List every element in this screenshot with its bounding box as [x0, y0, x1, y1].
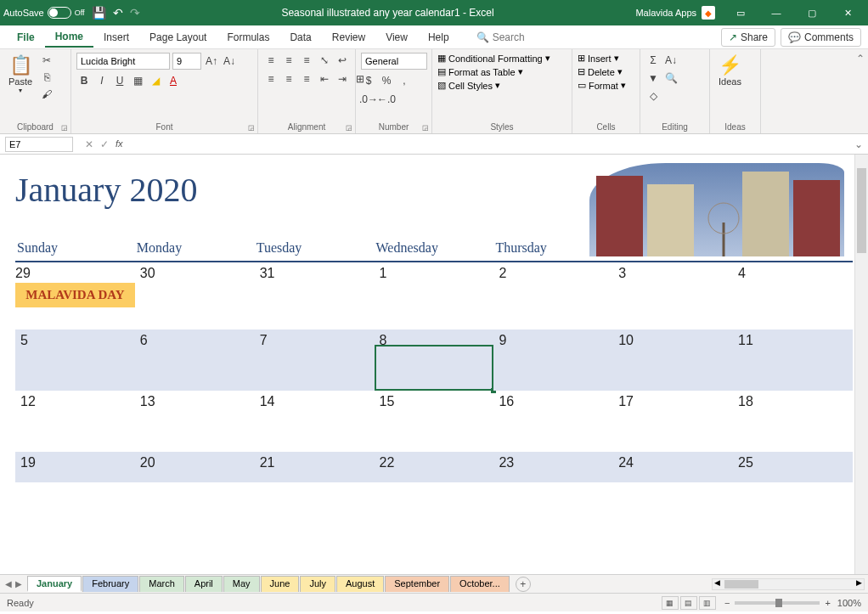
scroll-left-icon[interactable]: ◀ — [714, 578, 720, 587]
find-select-icon[interactable]: 🔍 — [663, 70, 679, 86]
paste-button[interactable]: 📋 Paste ▾ — [5, 53, 36, 96]
copy-icon[interactable]: ⎘ — [39, 70, 54, 85]
calendar-cell[interactable]: 30 — [135, 262, 255, 330]
ribbon-options-icon[interactable]: ▭ — [724, 1, 758, 25]
vertical-scrollbar[interactable] — [854, 155, 868, 574]
font-size-combo[interactable]: 9 — [172, 53, 201, 70]
decrease-font-icon[interactable]: A↓ — [222, 54, 237, 69]
calendar-cell[interactable]: 20 — [135, 452, 255, 482]
calendar-cell[interactable]: 21 — [255, 452, 375, 482]
calendar-cell[interactable]: 23 — [493, 452, 613, 482]
calendar-cell[interactable]: 15 — [375, 391, 494, 452]
increase-font-icon[interactable]: A↑ — [204, 54, 219, 69]
wrap-text-icon[interactable]: ↩ — [335, 53, 350, 68]
scrollbar-thumb[interactable] — [857, 168, 866, 253]
zoom-thumb[interactable] — [775, 599, 782, 607]
conditional-formatting-button[interactable]: ▦Conditional Formatting▾ — [437, 53, 550, 64]
borders-icon[interactable]: ▦ — [130, 73, 145, 88]
calendar-cell[interactable]: 29MALAVIDA DAY — [15, 262, 135, 330]
maximize-icon[interactable]: ▢ — [795, 1, 829, 25]
zoom-level[interactable]: 100% — [837, 598, 861, 608]
share-button[interactable]: ↗ Share — [721, 28, 775, 47]
cell-styles-button[interactable]: ▧Cell Styles▾ — [437, 80, 500, 91]
fill-icon[interactable]: ▼ — [645, 70, 661, 86]
zoom-out-icon[interactable]: − — [724, 598, 730, 608]
sheet-tab-january[interactable]: January — [27, 576, 82, 592]
calendar-cell[interactable]: 13 — [135, 391, 255, 452]
page-layout-view-icon[interactable]: ▤ — [680, 596, 697, 610]
format-as-table-button[interactable]: ▤Format as Table▾ — [437, 66, 523, 77]
tab-view[interactable]: View — [375, 28, 418, 47]
scrollbar-thumb[interactable] — [724, 580, 758, 589]
cancel-formula-icon[interactable]: ✕ — [85, 138, 93, 150]
number-launcher-icon[interactable]: ◲ — [422, 124, 429, 132]
sort-filter-icon[interactable]: A↓ — [663, 53, 679, 68]
align-bottom-icon[interactable]: ≡ — [299, 53, 314, 68]
sheet-tab-june[interactable]: June — [261, 576, 300, 592]
align-top-icon[interactable]: ≡ — [263, 53, 279, 68]
comments-button[interactable]: 💬 Comments — [781, 28, 861, 47]
normal-view-icon[interactable]: ▦ — [662, 596, 679, 610]
sheet-tab-october[interactable]: October... — [450, 576, 510, 592]
tab-formulas[interactable]: Formulas — [217, 28, 279, 47]
cut-icon[interactable]: ✂ — [39, 53, 54, 68]
sheet-tab-august[interactable]: August — [336, 576, 384, 592]
comma-icon[interactable]: , — [397, 73, 412, 88]
zoom-in-icon[interactable]: + — [825, 598, 830, 608]
calendar-cell[interactable]: 1 — [375, 262, 494, 330]
zoom-slider[interactable] — [735, 601, 820, 605]
calendar-cell[interactable]: 10 — [613, 330, 733, 391]
enter-formula-icon[interactable]: ✓ — [100, 138, 109, 150]
tab-help[interactable]: Help — [418, 28, 459, 47]
tab-insert[interactable]: Insert — [93, 28, 139, 47]
calendar-cell[interactable]: 25 — [733, 452, 853, 482]
sheet-tab-march[interactable]: March — [139, 576, 184, 592]
tab-nav-prev-icon[interactable]: ◀ — [5, 579, 12, 589]
calendar-cell[interactable]: 19 — [15, 452, 135, 482]
tab-page-layout[interactable]: Page Layout — [139, 28, 217, 47]
font-name-combo[interactable]: Lucida Bright — [76, 53, 170, 70]
calendar-cell[interactable]: 7 — [255, 330, 375, 391]
calendar-cell[interactable]: 14 — [255, 391, 375, 452]
calendar-cell[interactable]: 22 — [375, 452, 494, 482]
calendar-cell[interactable]: 4 — [733, 262, 853, 330]
number-format-combo[interactable]: General — [361, 53, 427, 70]
sheet-tab-april[interactable]: April — [185, 576, 223, 592]
insert-cells-button[interactable]: ⊞Insert▾ — [578, 53, 619, 64]
align-center-icon[interactable]: ≡ — [281, 71, 296, 87]
minimize-icon[interactable]: — — [759, 1, 793, 25]
calendar-cell[interactable]: 5 — [15, 330, 135, 391]
calendar-cell[interactable]: 9 — [493, 330, 613, 391]
calendar-cell[interactable]: 8 — [375, 330, 494, 391]
worksheet-area[interactable]: January 2020 SundayMondayTuesdayWednesda… — [0, 155, 868, 574]
italic-button[interactable]: I — [94, 73, 110, 88]
calendar-cell[interactable]: 31 — [255, 262, 375, 330]
scroll-right-icon[interactable]: ▶ — [856, 578, 862, 587]
add-sheet-button[interactable]: + — [516, 577, 531, 592]
calendar-cell[interactable]: 12 — [15, 391, 135, 452]
bold-button[interactable]: B — [76, 73, 92, 88]
font-color-icon[interactable]: A — [166, 73, 181, 88]
fx-icon[interactable]: fx — [116, 138, 123, 150]
font-launcher-icon[interactable]: ◲ — [248, 124, 255, 132]
align-right-icon[interactable]: ≡ — [299, 71, 314, 87]
formula-input[interactable] — [130, 136, 849, 152]
fill-color-icon[interactable]: ◢ — [148, 73, 163, 88]
calendar-cell[interactable]: 17 — [613, 391, 733, 452]
clear-icon[interactable]: ◇ — [645, 88, 661, 104]
search-input[interactable]: 🔍 Search — [476, 31, 525, 43]
calendar-cell[interactable]: 24 — [613, 452, 733, 482]
decrease-indent-icon[interactable]: ⇤ — [317, 71, 332, 87]
calendar-cell[interactable]: 18 — [733, 391, 853, 452]
tab-file[interactable]: File — [7, 28, 45, 47]
autosum-icon[interactable]: Σ — [645, 53, 661, 68]
redo-icon[interactable]: ↷ — [130, 6, 140, 20]
percent-icon[interactable]: % — [379, 73, 394, 88]
clipboard-launcher-icon[interactable]: ◲ — [61, 124, 68, 132]
sheet-tab-september[interactable]: September — [385, 576, 449, 592]
undo-icon[interactable]: ↶ — [113, 6, 123, 20]
tab-review[interactable]: Review — [322, 28, 375, 47]
decrease-decimal-icon[interactable]: ←.0 — [379, 92, 394, 107]
increase-decimal-icon[interactable]: .0→ — [361, 92, 376, 107]
calendar-cell[interactable]: 11 — [733, 330, 853, 391]
